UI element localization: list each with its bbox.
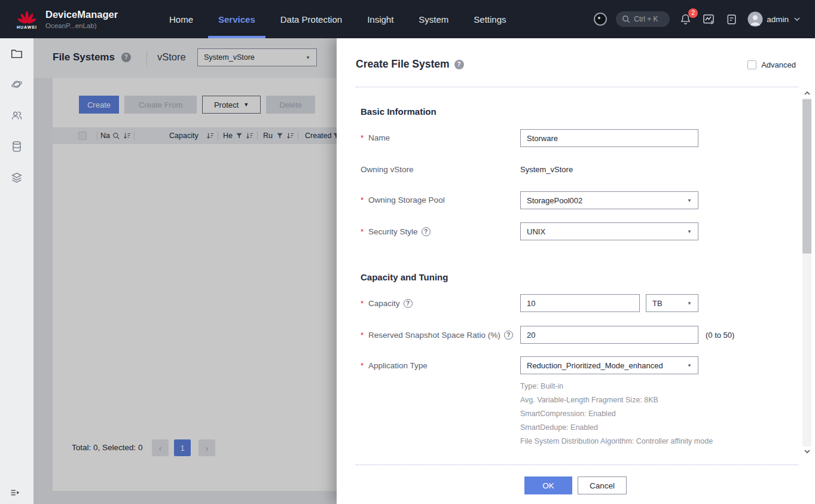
rail-item-network[interactable]	[10, 78, 23, 91]
caret-down-icon: ▼	[687, 229, 692, 234]
application-type-select[interactable]: Reduction_Prioritized_Mode_enhanced ▼	[520, 356, 698, 374]
nav-data-protection[interactable]: Data Protection	[280, 0, 342, 38]
caret-down-icon: ▼	[687, 363, 692, 368]
username: admin	[767, 15, 789, 24]
folder-icon	[10, 47, 23, 60]
nav-system[interactable]: System	[419, 0, 448, 38]
section-capacity-tuning: Capacity and Tuning	[361, 272, 448, 282]
product-title: DeviceManager	[45, 9, 118, 20]
required-asterisk: *	[361, 331, 364, 340]
snapshot-ratio-label: * Reserved Snapshot Space Ratio (%) ?	[361, 331, 513, 340]
detail-line: File System Distribution Algorithm: Cont…	[520, 435, 713, 448]
scroll-down-button[interactable]	[802, 447, 811, 456]
help-icon[interactable]: ?	[454, 60, 464, 69]
capacity-unit-select[interactable]: TB ▼	[646, 294, 698, 312]
owning-vstore-label: Owning vStore	[361, 165, 414, 174]
nav-services[interactable]: Services	[218, 0, 255, 38]
chevron-down-icon	[792, 14, 802, 24]
help-icon[interactable]: ?	[504, 331, 513, 340]
chevron-down-icon	[804, 449, 810, 454]
scrollbar-thumb[interactable]	[802, 99, 811, 253]
application-type-details: Type: Built-in Avg. Variable-Length Frag…	[520, 380, 713, 448]
required-asterisk: *	[361, 299, 364, 308]
scroll-up-button[interactable]	[802, 88, 811, 98]
search-shortcut: Ctrl + K	[634, 15, 658, 23]
drawer-scrollbar[interactable]	[802, 88, 811, 456]
drawer-header: Create File System ?	[356, 58, 464, 71]
required-asterisk: *	[361, 133, 364, 142]
topbar: HUAWEI DeviceManager OceanP...enLab) Hom…	[0, 0, 815, 38]
document-icon	[725, 13, 738, 26]
rail-item-users[interactable]	[10, 109, 23, 122]
application-type-label: * Application Type	[361, 361, 428, 370]
device-name: OceanP...enLab)	[45, 22, 118, 29]
nav-insight[interactable]: Insight	[367, 0, 393, 38]
advanced-toggle: Advanced	[747, 60, 796, 69]
performance-button[interactable]	[701, 12, 716, 26]
caret-down-icon: ▼	[687, 198, 692, 203]
advanced-label: Advanced	[761, 60, 796, 69]
detail-line: Type: Built-in	[520, 380, 713, 393]
search-icon	[622, 15, 630, 23]
create-filesystem-drawer: Create File System ? Advanced Basic Info…	[337, 38, 815, 504]
avatar	[747, 11, 763, 27]
drawer-title: Create File System	[356, 58, 450, 71]
users-icon	[10, 109, 23, 122]
notification-badge: 2	[688, 8, 698, 18]
notifications-button[interactable]: 2	[679, 13, 692, 26]
snapshot-ratio-range-hint: (0 to 50)	[706, 331, 734, 340]
required-asterisk: *	[361, 227, 364, 236]
capacity-input[interactable]	[520, 294, 640, 312]
name-input[interactable]	[520, 129, 698, 147]
detail-line: SmartDedupe: Enabled	[520, 421, 713, 435]
owning-pool-select[interactable]: StoragePool002 ▼	[520, 191, 698, 209]
divider	[356, 465, 798, 465]
chevron-up-icon	[804, 91, 810, 96]
section-basic-information: Basic Information	[361, 106, 437, 117]
advanced-checkbox[interactable]	[747, 60, 756, 69]
screen: HUAWEI DeviceManager OceanP...enLab) Hom…	[0, 0, 815, 504]
huawei-flower-icon	[17, 9, 37, 25]
brand-text: DeviceManager OceanP...enLab)	[45, 9, 118, 29]
help-icon[interactable]: ?	[422, 227, 431, 236]
nav-home[interactable]: Home	[169, 0, 193, 38]
brand: HUAWEI DeviceManager OceanP...enLab)	[13, 0, 118, 38]
detail-line: Avg. Variable-Length Fragment Size: 8KB	[520, 393, 713, 407]
side-rail	[0, 38, 33, 504]
rail-item-resources[interactable]	[10, 171, 23, 184]
rail-item-filesystems[interactable]	[10, 47, 23, 60]
database-icon	[10, 140, 23, 153]
owning-pool-label: * Owning Storage Pool	[361, 196, 445, 204]
topbar-actions: Ctrl + K 2	[594, 0, 802, 38]
modal-scrim	[33, 38, 337, 504]
required-asterisk: *	[361, 196, 364, 204]
help-icon[interactable]: ?	[404, 299, 413, 308]
cancel-button[interactable]: Cancel	[578, 476, 627, 494]
nav-settings[interactable]: Settings	[474, 0, 506, 38]
expand-menu-button[interactable]	[8, 486, 22, 499]
expand-menu-icon	[8, 486, 22, 499]
layers-icon	[10, 171, 23, 184]
security-style-select[interactable]: UNIX ▼	[520, 222, 698, 240]
rail-item-storage[interactable]	[10, 140, 23, 153]
assistant-globe-icon[interactable]	[594, 13, 607, 26]
required-asterisk: *	[361, 361, 364, 370]
detail-line: SmartCompression: Enabled	[520, 407, 713, 421]
global-search[interactable]: Ctrl + K	[616, 11, 670, 27]
huawei-logo-icon: HUAWEI	[13, 9, 41, 29]
caret-down-icon: ▼	[687, 301, 692, 306]
snapshot-ratio-input[interactable]	[520, 326, 698, 344]
name-label: * Name	[361, 133, 390, 142]
huawei-wordmark: HUAWEI	[17, 25, 37, 29]
user-menu[interactable]: admin	[747, 11, 802, 27]
owning-vstore-value: System_vStore	[520, 165, 573, 174]
ok-button[interactable]: OK	[524, 476, 572, 494]
capacity-label: * Capacity ?	[361, 299, 413, 308]
divider	[356, 87, 798, 87]
planet-icon	[10, 78, 23, 91]
task-report-button[interactable]	[725, 13, 738, 26]
security-style-label: * Security Style ?	[361, 227, 431, 236]
main-nav: Home Services Data Protection Insight Sy…	[169, 0, 506, 38]
performance-chart-icon	[701, 12, 716, 26]
